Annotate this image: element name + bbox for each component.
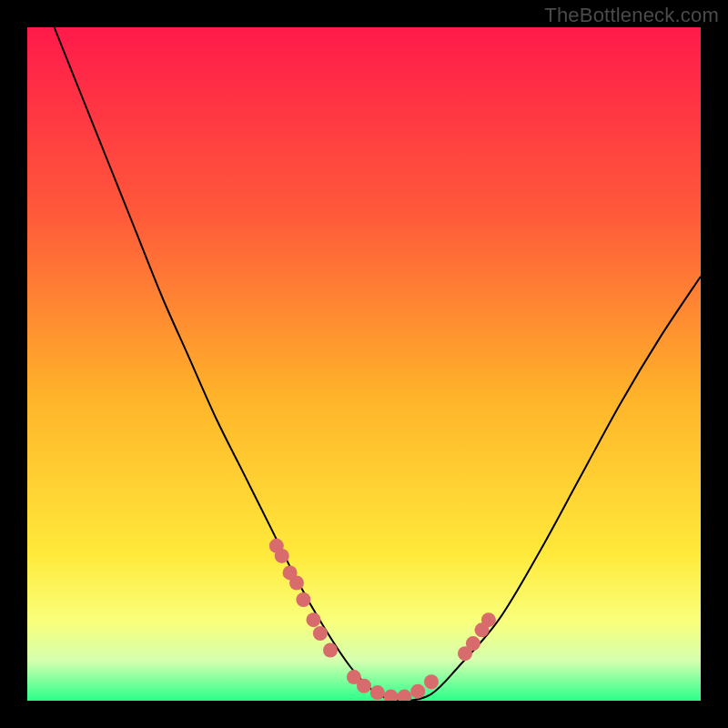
bottom-cluster-point-6: [424, 674, 439, 689]
left-cluster-point-6: [313, 626, 328, 641]
right-cluster-point-3: [481, 612, 496, 627]
bottom-cluster-point-1: [357, 679, 371, 693]
right-cluster-point-1: [466, 636, 480, 651]
gradient-background: [27, 27, 701, 701]
chart-frame: TheBottleneck.com: [0, 0, 728, 728]
left-cluster-point-4: [296, 592, 310, 607]
plot-area: [27, 27, 701, 701]
watermark-text: TheBottleneck.com: [544, 4, 719, 27]
left-cluster-point-3: [289, 576, 304, 591]
left-cluster-point-7: [323, 643, 338, 658]
left-cluster-point-1: [275, 549, 289, 563]
bottom-cluster-point-5: [410, 684, 425, 699]
bottleneck-chart: [27, 27, 701, 701]
left-cluster-point-5: [307, 612, 321, 627]
bottom-cluster-point-2: [370, 685, 385, 700]
